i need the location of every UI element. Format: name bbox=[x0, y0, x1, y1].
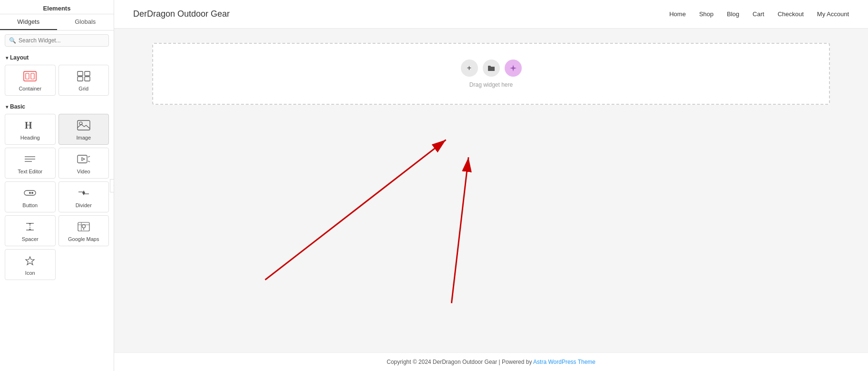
svg-marker-14 bbox=[82, 158, 85, 160]
tab-widgets[interactable]: Widgets bbox=[0, 14, 57, 30]
container-icon bbox=[23, 71, 37, 83]
video-icon bbox=[77, 154, 90, 166]
nav-cart[interactable]: Cart bbox=[752, 10, 764, 18]
drop-zone[interactable]: + Drag widget here bbox=[152, 43, 830, 105]
svg-text:H: H bbox=[25, 120, 32, 130]
widget-label-icon: Icon bbox=[25, 270, 35, 276]
basic-widget-grid: H Heading Image bbox=[0, 112, 114, 284]
svg-marker-21 bbox=[84, 191, 85, 195]
nav-checkout[interactable]: Checkout bbox=[778, 10, 804, 18]
canvas-area: + Drag widget here bbox=[114, 29, 868, 352]
drop-zone-actions: + bbox=[461, 60, 522, 77]
widget-label-text-editor: Text Editor bbox=[18, 169, 42, 174]
svg-point-19 bbox=[31, 192, 33, 194]
widget-item-button[interactable]: Button bbox=[5, 181, 56, 212]
svg-marker-22 bbox=[82, 191, 84, 195]
footer-text: Copyright © 2024 DerDragon Outdoor Gear … bbox=[387, 359, 533, 365]
svg-rect-2 bbox=[31, 73, 34, 79]
widget-label-divider: Divider bbox=[76, 202, 92, 208]
svg-point-30 bbox=[82, 225, 85, 228]
svg-line-16 bbox=[88, 161, 90, 162]
widget-label-grid: Grid bbox=[78, 86, 88, 91]
divider-icon bbox=[77, 188, 90, 200]
widget-label-container: Container bbox=[19, 86, 41, 91]
widget-item-google-maps[interactable]: Google Maps bbox=[59, 215, 109, 246]
widget-item-video[interactable]: Video bbox=[59, 148, 109, 179]
svg-rect-1 bbox=[26, 73, 29, 79]
widget-item-spacer[interactable]: Spacer bbox=[5, 215, 56, 246]
widget-label-spacer: Spacer bbox=[22, 236, 39, 242]
section-basic-title: Basic bbox=[0, 100, 114, 112]
nav-my-account[interactable]: My Account bbox=[817, 10, 849, 18]
widget-label-video: Video bbox=[77, 169, 90, 174]
nav-links: Home Shop Blog Cart Checkout My Account bbox=[669, 10, 849, 18]
widget-item-icon[interactable]: Icon bbox=[5, 249, 56, 280]
search-input[interactable] bbox=[19, 37, 105, 44]
folder-button[interactable] bbox=[483, 60, 500, 77]
svg-line-37 bbox=[451, 157, 468, 303]
sidebar-tabs: Widgets Globals bbox=[0, 14, 114, 30]
add-widget-button[interactable]: + bbox=[461, 60, 478, 77]
widget-item-text-editor[interactable]: Text Editor bbox=[5, 148, 56, 179]
svg-marker-28 bbox=[29, 229, 31, 230]
heading-icon: H bbox=[24, 120, 36, 132]
page-footer: Copyright © 2024 DerDragon Outdoor Gear … bbox=[114, 352, 868, 371]
arrows-container bbox=[152, 105, 830, 338]
drop-zone-text: Drag widget here bbox=[469, 81, 513, 88]
widget-item-image[interactable]: Image bbox=[59, 114, 109, 145]
svg-rect-3 bbox=[78, 71, 83, 76]
svg-rect-8 bbox=[78, 120, 90, 130]
layout-widget-grid: Container Grid bbox=[0, 63, 114, 100]
widget-label-google-maps: Google Maps bbox=[68, 236, 99, 242]
svg-point-18 bbox=[29, 192, 31, 194]
google-maps-icon bbox=[77, 221, 90, 233]
button-icon bbox=[23, 188, 37, 200]
svg-line-15 bbox=[88, 156, 90, 157]
footer-link[interactable]: Astra WordPress Theme bbox=[533, 359, 595, 365]
section-layout-title: Layout bbox=[0, 50, 114, 63]
svg-rect-13 bbox=[78, 155, 87, 163]
nav-blog[interactable]: Blog bbox=[727, 10, 739, 18]
svg-rect-4 bbox=[85, 71, 90, 76]
nav-home[interactable]: Home bbox=[669, 10, 686, 18]
main-content: DerDragon Outdoor Gear Home Shop Blog Ca… bbox=[114, 0, 868, 371]
nav-shop[interactable]: Shop bbox=[699, 10, 713, 18]
site-title: DerDragon Outdoor Gear bbox=[133, 9, 230, 19]
svg-rect-6 bbox=[85, 77, 90, 81]
sidebar: Elements Widgets Globals 🔍 Layout Co bbox=[0, 0, 114, 371]
page-header: DerDragon Outdoor Gear Home Shop Blog Ca… bbox=[114, 0, 868, 29]
widget-label-button: Button bbox=[22, 202, 38, 208]
widget-item-divider[interactable]: Divider bbox=[59, 181, 109, 212]
svg-marker-27 bbox=[29, 223, 31, 225]
widget-item-heading[interactable]: H Heading bbox=[5, 114, 56, 145]
sidebar-collapse-handle[interactable]: ‹ bbox=[110, 179, 114, 192]
search-box: 🔍 bbox=[5, 34, 109, 47]
tab-globals[interactable]: Globals bbox=[57, 14, 114, 30]
grid-icon bbox=[77, 71, 90, 83]
text-editor-icon bbox=[23, 154, 37, 166]
widget-item-container[interactable]: Container bbox=[5, 65, 56, 96]
sidebar-header: Elements bbox=[0, 0, 114, 14]
svg-marker-34 bbox=[26, 257, 34, 265]
spacer-icon bbox=[23, 221, 37, 233]
arrows-svg bbox=[152, 105, 830, 338]
widget-label-image: Image bbox=[76, 135, 91, 140]
image-icon bbox=[77, 120, 90, 132]
svg-rect-5 bbox=[78, 77, 83, 81]
widget-label-heading: Heading bbox=[20, 135, 40, 140]
svg-line-36 bbox=[265, 140, 446, 280]
widget-item-grid[interactable]: Grid bbox=[59, 65, 109, 96]
icon-widget-icon bbox=[23, 255, 37, 267]
search-icon: 🔍 bbox=[9, 37, 16, 44]
sparkle-button[interactable] bbox=[505, 60, 522, 77]
